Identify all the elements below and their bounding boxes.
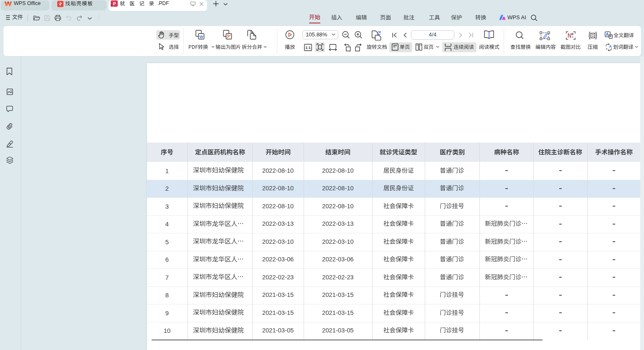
svg-text:P: P — [113, 1, 116, 6]
svg-text:x: x — [606, 47, 608, 51]
svg-text:W: W — [199, 34, 203, 39]
svg-text:A: A — [609, 44, 612, 49]
svg-text:A: A — [606, 32, 609, 37]
svg-text:1:1: 1:1 — [305, 46, 311, 50]
